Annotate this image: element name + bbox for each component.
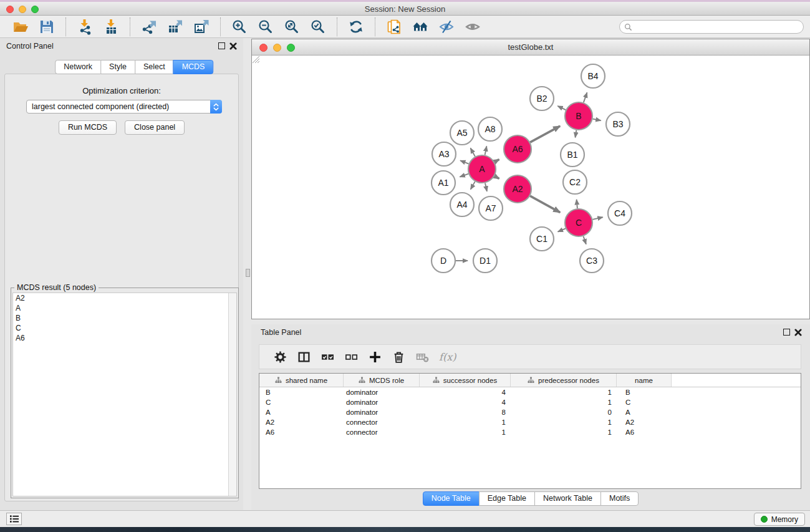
new-session-icon	[386, 19, 402, 35]
birds-eye-view-button[interactable]	[463, 17, 482, 36]
graph-node-label: C	[576, 218, 582, 228]
export-network-button[interactable]	[140, 17, 158, 36]
result-list-scrollbar[interactable]	[228, 293, 236, 496]
tab-network-table[interactable]: Network Table	[534, 491, 601, 506]
open-file-button[interactable]	[11, 17, 30, 36]
graph-edge-A-A4[interactable]	[471, 181, 475, 190]
save-session-button[interactable]	[37, 17, 56, 36]
graph-node-label: A1	[438, 178, 448, 188]
tab-select[interactable]: Select	[135, 60, 174, 74]
show-column-button[interactable]	[293, 347, 314, 366]
search-input[interactable]	[632, 21, 803, 32]
tab-mcds[interactable]: MCDS	[173, 60, 214, 74]
export-table-button[interactable]	[166, 17, 185, 36]
table-row[interactable]: Cdominator41C	[259, 397, 801, 407]
zoom-out-button[interactable]	[256, 17, 275, 36]
graph-edge-A6-B[interactable]	[530, 126, 560, 142]
resize-grip-icon[interactable]	[252, 56, 260, 64]
result-item[interactable]: C	[13, 323, 236, 333]
import-table-icon	[103, 19, 119, 35]
network-graph: AA1A2A3A4A5A6A7A8BB1B2B3B4CC1C2C3C4DD1	[252, 56, 809, 319]
export-network-icon	[141, 19, 157, 35]
tab-motifs[interactable]: Motifs	[600, 491, 639, 506]
column-header-shared-name[interactable]: shared name	[259, 374, 344, 387]
graph-edge-A-A8[interactable]	[485, 146, 487, 155]
graph-edge-A-A1[interactable]	[460, 174, 468, 177]
tab-network[interactable]: Network	[55, 60, 101, 74]
graph-edge-A-A3[interactable]	[460, 160, 469, 163]
column-header-MCDS-role[interactable]: MCDS role	[344, 374, 420, 387]
column-header-name[interactable]: name	[617, 374, 672, 387]
panel-splitter-grip[interactable]	[246, 269, 250, 277]
close-panel-icon[interactable]	[794, 329, 802, 336]
unselect-all-button[interactable]	[340, 347, 362, 366]
table-row[interactable]: Bdominator41B	[259, 387, 801, 397]
search-box[interactable]	[619, 20, 804, 34]
add-row-button[interactable]	[364, 347, 385, 366]
task-history-button[interactable]	[6, 513, 22, 525]
table-row[interactable]: A6connector11A6	[259, 427, 801, 437]
network-window-titlebar[interactable]: testGlobe.txt	[252, 39, 809, 56]
table-cell: B	[259, 387, 344, 397]
graph-edge-C-C2[interactable]	[577, 200, 577, 208]
table-cell: 1	[511, 427, 617, 437]
table-cell-filler	[672, 387, 801, 397]
table-row[interactable]: Adominator80A	[259, 407, 801, 417]
table-settings-button[interactable]	[269, 347, 291, 366]
table-cell: dominator	[344, 387, 420, 397]
graph-edge-B-B1[interactable]	[576, 130, 577, 138]
graph-node-label: A5	[456, 128, 467, 138]
memory-button[interactable]: Memory	[754, 513, 805, 526]
apply-layout-button[interactable]	[347, 17, 365, 36]
zoom-in-button[interactable]	[230, 17, 249, 36]
tab-style[interactable]: Style	[100, 60, 135, 74]
import-table-button[interactable]	[102, 17, 120, 36]
result-item[interactable]: A6	[13, 333, 236, 343]
graph-edge-A-A5[interactable]	[471, 148, 475, 157]
app-title: Session: New Session	[0, 4, 810, 14]
graph-edge-A2-C[interactable]	[530, 196, 560, 213]
column-header-predecessor-nodes[interactable]: predecessor nodes	[511, 374, 617, 387]
zoom-selected-button[interactable]	[309, 17, 327, 36]
function-builder-button[interactable]: f(x)	[439, 351, 456, 363]
new-session-button[interactable]	[385, 17, 403, 36]
graph-edge-C-C3[interactable]	[584, 236, 586, 244]
result-item[interactable]: A2	[13, 293, 236, 303]
delete-table-button[interactable]	[412, 347, 433, 366]
graph-edge-A-A7[interactable]	[485, 183, 487, 191]
column-header-successor-nodes[interactable]: successor nodes	[420, 374, 511, 387]
import-network-icon	[77, 19, 93, 35]
import-network-button[interactable]	[75, 17, 94, 36]
float-panel-icon[interactable]	[218, 42, 225, 49]
float-panel-icon[interactable]	[783, 329, 790, 336]
export-image-button[interactable]	[192, 17, 211, 36]
tab-node-table[interactable]: Node Table	[423, 491, 480, 506]
delete-row-button[interactable]	[388, 347, 409, 366]
graph-edge-A-A2[interactable]	[494, 176, 499, 178]
table-cell: 1	[420, 417, 511, 427]
result-item[interactable]: B	[13, 313, 236, 323]
tab-edge-table[interactable]: Edge Table	[479, 491, 535, 506]
main-toolbar	[0, 16, 810, 38]
select-all-button[interactable]	[317, 347, 338, 366]
zoom-fit-button[interactable]	[282, 17, 301, 36]
graph-edge-B-B4[interactable]	[584, 92, 587, 102]
run-mcds-button[interactable]: Run MCDS	[59, 120, 117, 135]
graph-edge-C-C1[interactable]	[558, 228, 566, 231]
result-item[interactable]: A	[13, 303, 236, 313]
graph-edge-B-B3[interactable]	[593, 119, 601, 121]
graphics-details-button[interactable]	[437, 17, 456, 36]
node-table: shared nameMCDS rolesuccessor nodesprede…	[259, 373, 801, 489]
home-button[interactable]	[411, 17, 430, 36]
status-bar: Memory	[0, 510, 810, 527]
table-row[interactable]: A2connector11A2	[259, 417, 801, 427]
graph-edge-A-A6[interactable]	[494, 160, 499, 162]
graph-edge-C-C4[interactable]	[592, 217, 602, 220]
table-cell: A	[617, 407, 672, 417]
criterion-select[interactable]: largest connected component (directed)	[26, 100, 222, 114]
close-panel-icon[interactable]	[229, 42, 237, 50]
network-canvas[interactable]: AA1A2A3A4A5A6A7A8BB1B2B3B4CC1C2C3C4DD1	[252, 56, 809, 319]
close-panel-button[interactable]: Close panel	[125, 120, 185, 135]
graph-edge-B-B2[interactable]	[557, 106, 566, 110]
graph-node-label: A	[479, 164, 485, 174]
